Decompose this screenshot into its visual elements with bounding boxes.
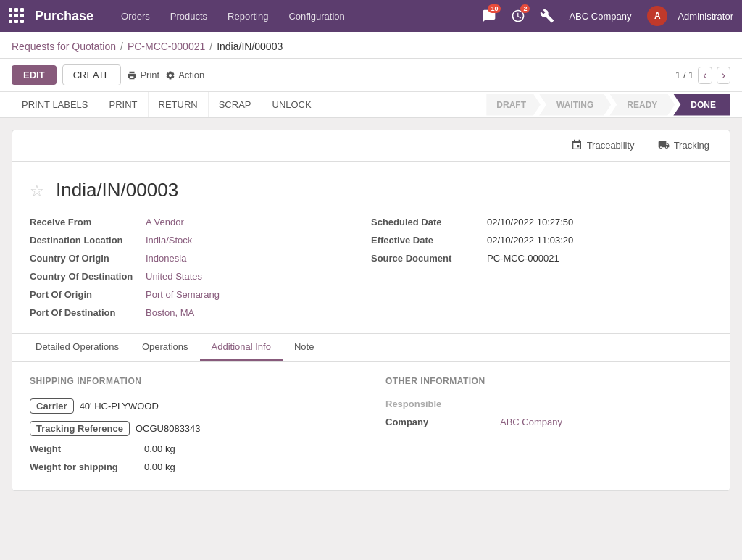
unlock-button[interactable]: UNLOCK [262, 92, 322, 117]
main-content: Traceability Tracking ☆ India/IN/00003 R… [0, 118, 742, 503]
field-weight: Weight 0.00 kg [30, 440, 357, 458]
field-port-destination: Port Of Destination Boston, MA [30, 304, 371, 322]
scrap-button[interactable]: SCRAP [209, 92, 262, 117]
tools-button[interactable] [540, 9, 554, 23]
top-tab-bar: Traceability Tracking [12, 130, 730, 162]
other-section-title: Other Information [385, 376, 712, 386]
print-labels-button[interactable]: PRINT LABELS [12, 92, 99, 117]
inner-tabs: Detailed Operations Operations Additiona… [12, 333, 730, 490]
destination-location-value[interactable]: India/Stock [146, 235, 192, 246]
action-button[interactable]: Action [165, 70, 204, 80]
country-origin-value[interactable]: Indonesia [146, 253, 186, 264]
favorite-star[interactable]: ☆ [30, 182, 44, 201]
field-destination-location: Destination Location India/Stock [30, 231, 371, 249]
apps-icon[interactable] [9, 8, 25, 24]
nav-reporting[interactable]: Reporting [220, 8, 275, 25]
create-button[interactable]: CREATE [62, 64, 122, 85]
clock-button[interactable]: 2 [511, 9, 525, 23]
shipping-section-title: Shipping Information [30, 376, 357, 386]
field-company: Company ABC Company [385, 413, 712, 431]
form-fields: Receive From A Vendor Destination Locati… [12, 213, 730, 333]
inner-tab-bar: Detailed Operations Operations Additiona… [12, 334, 730, 362]
breadcrumb-po[interactable]: PC-MCC-000021 [128, 41, 205, 52]
tracking-reference-label: Tracking Reference [30, 421, 130, 436]
field-receive-from: Receive From A Vendor [30, 213, 371, 231]
weight-shipping-label: Weight for shipping [30, 461, 138, 472]
receive-from-value[interactable]: A Vendor [146, 217, 184, 227]
messages-badge: 10 [488, 4, 501, 13]
stage-ready[interactable]: READY [609, 94, 675, 116]
field-effective-date: Effective Date 02/10/2022 11:03:20 [371, 231, 712, 249]
tab-note[interactable]: Note [283, 334, 325, 361]
tab-operations[interactable]: Operations [130, 334, 200, 361]
breadcrumb-area: Requests for Quotation / PC-MCC-000021 /… [0, 32, 742, 59]
weight-value: 0.00 kg [144, 443, 175, 454]
left-fields: Receive From A Vendor Destination Locati… [30, 213, 371, 322]
print-status-button[interactable]: PRINT [99, 92, 149, 117]
responsible-label: Responsible [385, 398, 494, 409]
weight-shipping-value: 0.00 kg [144, 461, 175, 472]
pagination: 1 / 1 ‹ › [675, 67, 730, 84]
field-tracking-reference: Tracking Reference OCGU8083343 [30, 417, 357, 440]
print-button[interactable]: Print [127, 70, 159, 80]
effective-date-value: 02/10/2022 11:03:20 [487, 235, 573, 246]
port-origin-value[interactable]: Port of Semarang [146, 289, 220, 300]
country-destination-value[interactable]: United States [146, 271, 202, 282]
prev-button[interactable]: ‹ [698, 67, 712, 84]
form-header: ☆ India/IN/00003 [12, 162, 730, 213]
app-title[interactable]: Purchase [35, 9, 93, 24]
action-bar: EDIT CREATE Print Action 1 / 1 ‹ › [0, 59, 742, 92]
right-fields: Scheduled Date 02/10/2022 10:27:50 Effec… [371, 213, 712, 322]
additional-info-content: Shipping Information Carrier 40' HC-PLYW… [12, 362, 730, 490]
stage-waiting[interactable]: WAITING [539, 94, 611, 116]
carrier-label: Carrier [30, 398, 74, 414]
field-responsible: Responsible [385, 395, 712, 413]
tracking-tab[interactable]: Tracking [646, 130, 721, 161]
status-bar: PRINT LABELS PRINT RETURN SCRAP UNLOCK D… [0, 92, 742, 118]
field-country-origin: Country Of Origin Indonesia [30, 249, 371, 267]
company-label: Company [385, 417, 494, 427]
traceability-tab[interactable]: Traceability [559, 130, 646, 161]
field-source-document: Source Document PC-MCC-000021 [371, 249, 712, 267]
nav-products[interactable]: Products [163, 8, 214, 25]
weight-label: Weight [30, 443, 138, 454]
stage-done[interactable]: DONE [673, 94, 730, 116]
company-value[interactable]: ABC Company [500, 417, 562, 427]
nav-configuration[interactable]: Configuration [281, 8, 351, 25]
company-name: ABC Company [569, 11, 631, 22]
field-country-destination: Country Of Destination United States [30, 267, 371, 285]
field-port-origin: Port Of Origin Port of Semarang [30, 285, 371, 304]
tab-additional-info[interactable]: Additional Info [200, 334, 283, 361]
clock-badge: 2 [520, 4, 530, 13]
record-title: India/IN/00003 [56, 179, 178, 201]
top-navigation: Purchase Orders Products Reporting Confi… [0, 0, 742, 32]
field-carrier: Carrier 40' HC-PLYWOOD [30, 395, 357, 417]
edit-button[interactable]: EDIT [12, 65, 57, 85]
other-section: Other Information Responsible Company AB… [385, 376, 712, 476]
next-button[interactable]: › [717, 67, 730, 84]
field-weight-shipping: Weight for shipping 0.00 kg [30, 458, 357, 476]
tab-detailed-operations[interactable]: Detailed Operations [24, 334, 130, 361]
breadcrumb-current: India/IN/00003 [217, 41, 283, 52]
user-name: Administrator [678, 11, 733, 22]
pipeline-stages: DRAFT WAITING READY DONE [486, 94, 730, 116]
breadcrumb-rfq[interactable]: Requests for Quotation [12, 41, 116, 52]
scheduled-date-value: 02/10/2022 10:27:50 [487, 217, 573, 227]
user-avatar[interactable]: A [647, 6, 667, 26]
return-button[interactable]: RETURN [149, 92, 209, 117]
breadcrumb: Requests for Quotation / PC-MCC-000021 /… [12, 41, 730, 52]
messages-button[interactable]: 10 [482, 9, 496, 23]
port-destination-value[interactable]: Boston, MA [146, 307, 194, 318]
stage-draft[interactable]: DRAFT [486, 94, 541, 116]
content-card: Traceability Tracking ☆ India/IN/00003 R… [12, 130, 730, 491]
carrier-value: 40' HC-PLYWOOD [80, 401, 159, 411]
tracking-reference-value: OCGU8083343 [136, 423, 201, 434]
field-scheduled-date: Scheduled Date 02/10/2022 10:27:50 [371, 213, 712, 231]
shipping-section: Shipping Information Carrier 40' HC-PLYW… [30, 376, 357, 476]
nav-orders[interactable]: Orders [114, 8, 157, 25]
source-document-value: PC-MCC-000021 [487, 253, 559, 264]
